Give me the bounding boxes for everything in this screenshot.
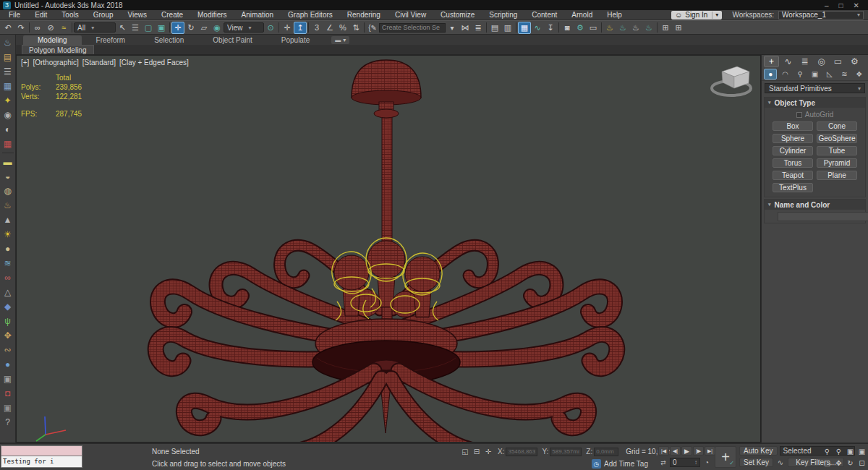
go-to-end-button[interactable]: ▶|	[705, 446, 715, 456]
align-icon[interactable]: ≣	[472, 22, 485, 34]
ribbon-tab-freeform[interactable]: Freeform	[82, 35, 140, 45]
scene-explorer-icon[interactable]: ▥	[501, 22, 514, 34]
hand-icon[interactable]: ✥	[1, 328, 15, 343]
select-and-rotate-icon[interactable]: ↻	[184, 22, 197, 34]
menu-file[interactable]: File	[1, 10, 27, 20]
add-time-tag[interactable]: ◷ Add Time Tag	[592, 459, 648, 469]
snaps-toggle-3d-icon[interactable]: 3	[310, 22, 323, 34]
tube-button[interactable]: Tube	[817, 146, 857, 155]
named-selection-set-input[interactable]	[379, 23, 446, 33]
pan-view-icon[interactable]: ✥	[833, 458, 844, 469]
rendered-frame-window-icon[interactable]: ▭	[587, 22, 600, 34]
render-production-icon[interactable]: ♨	[603, 22, 616, 34]
auto-key-button[interactable]: Auto Key	[739, 446, 778, 456]
set-key-button[interactable]: Set Key	[739, 458, 773, 467]
ribbon-tab-modeling[interactable]: Modeling	[23, 35, 82, 45]
set-keys-button[interactable]: + ✓	[715, 446, 736, 468]
unlink-selection-icon[interactable]: ⊘	[44, 22, 57, 34]
menu-customize[interactable]: Customize	[433, 10, 482, 20]
blue-sphere-icon[interactable]: ●	[1, 357, 15, 372]
torus-primitive-icon[interactable]: ◍	[1, 184, 15, 198]
name-color-rollout-header[interactable]: ▾ Name and Color	[765, 200, 865, 210]
redo-icon[interactable]: ↷	[14, 22, 27, 34]
select-by-name-icon[interactable]: ☰	[129, 22, 142, 34]
ribbon-tab-object-paint[interactable]: Object Paint	[198, 35, 266, 45]
edit-named-selection-sets-icon[interactable]: {✎	[366, 22, 379, 34]
render-in-cloud-icon[interactable]: ♨	[629, 22, 642, 34]
sphere-primitive-icon[interactable]: ●	[1, 242, 15, 256]
zoom-extents-icon[interactable]: ▣	[845, 446, 856, 457]
selection-filter-dropdown[interactable]: All ▾	[74, 22, 116, 33]
utilities-tab-icon[interactable]: ⚙	[847, 56, 862, 67]
percent-snap-icon[interactable]: %	[336, 22, 349, 34]
gray-box-icon[interactable]: ▣	[1, 401, 15, 415]
maxscript-mini-listener[interactable]: Testing for i	[1, 445, 82, 468]
viewcube[interactable]	[712, 67, 751, 95]
open-autodesk-360-icon[interactable]: ♨	[642, 22, 655, 34]
menu-tools[interactable]: Tools	[54, 10, 85, 20]
display-tab-icon[interactable]: ▭	[830, 56, 846, 67]
maximize-viewport-toggle-icon[interactable]: ⊡	[856, 458, 867, 469]
mirror-icon[interactable]: ⋈	[459, 22, 472, 34]
rectangular-selection-region-icon[interactable]: ▢	[142, 22, 155, 34]
y-coordinate-field[interactable]	[550, 448, 582, 456]
key-mode-toggle-icon[interactable]: ⇄	[658, 458, 668, 467]
film-strip-icon[interactable]: ▦	[1, 137, 15, 151]
help-icon[interactable]: ?	[1, 415, 15, 430]
layer-manager-icon[interactable]: ▤	[488, 22, 501, 34]
key-filter-icon[interactable]: ∿	[775, 458, 786, 467]
layout-grid-icon[interactable]: ⊞	[672, 22, 685, 34]
motion-tab-icon[interactable]: ◎	[814, 56, 829, 67]
orbit-icon[interactable]: ↻	[845, 458, 856, 469]
x-coordinate-field[interactable]	[506, 448, 537, 456]
layout-grid-icon[interactable]: ⊞	[659, 22, 672, 34]
box-button[interactable]: Box	[773, 121, 813, 131]
viewport-menu-general[interactable]: [+]	[21, 59, 29, 67]
object-type-rollout-header[interactable]: ▾ Object Type	[765, 98, 865, 108]
menu-scripting[interactable]: Scripting	[482, 10, 524, 20]
rock-icon[interactable]: ◆	[1, 299, 15, 314]
create-tab-icon[interactable]: +	[764, 56, 779, 67]
select-and-manipulate-icon[interactable]: ✛	[281, 22, 294, 34]
zoom-region-icon[interactable]: ▢	[822, 458, 833, 469]
linked-spheres-icon[interactable]: ∞	[1, 270, 15, 285]
render-iterative-icon[interactable]: ♨	[616, 22, 629, 34]
cameras-category-icon[interactable]: ▣	[808, 69, 821, 80]
menu-animation[interactable]: Animation	[234, 10, 281, 20]
menu-graph-editors[interactable]: Graph Editors	[281, 10, 340, 20]
undo-icon[interactable]: ↶	[1, 22, 14, 34]
workspace-dropdown[interactable]: Workspace_1 ▾	[778, 11, 864, 20]
maxscript-macro-recorder-line[interactable]	[1, 445, 82, 456]
use-pivot-center-icon[interactable]: ⊙	[264, 22, 277, 34]
menu-civil-view[interactable]: Civil View	[388, 10, 433, 20]
angle-snap-icon[interactable]: ∠	[323, 22, 336, 34]
next-frame-button[interactable]: |▶	[693, 446, 704, 456]
minimize-button[interactable]: –	[825, 1, 829, 9]
box-icon[interactable]: ▣	[1, 372, 15, 386]
primitive-category-dropdown[interactable]: Standard Primitives ▾	[765, 83, 865, 93]
ribbon-tab-populate[interactable]: Populate	[267, 35, 324, 45]
select-and-move-icon[interactable]: ✛	[171, 22, 184, 34]
menu-edit[interactable]: Edit	[27, 10, 54, 20]
polygon-modeling-panel[interactable]: Polygon Modeling	[22, 45, 94, 54]
shapes-category-icon[interactable]: ◠	[778, 69, 791, 80]
red-box-icon[interactable]: ◘	[1, 386, 15, 401]
camera-icon[interactable]: ◉	[1, 108, 15, 122]
cylinder-button[interactable]: Cylinder	[773, 146, 813, 155]
teapot-primitive-icon[interactable]: ♨	[1, 198, 15, 213]
cone-button[interactable]: Cone	[817, 121, 857, 131]
systems-category-icon[interactable]: ❖	[853, 69, 866, 80]
select-and-scale-icon[interactable]: ▱	[197, 22, 210, 34]
play-button[interactable]: ▶	[681, 446, 692, 456]
autogrid-checkbox[interactable]	[796, 112, 802, 118]
menu-arnold[interactable]: Arnold	[564, 10, 600, 20]
modify-tab-icon[interactable]: ∿	[780, 56, 796, 67]
dome-primitive-icon[interactable]: ◒	[1, 169, 15, 184]
ribbon-tab-selection[interactable]: Selection	[140, 35, 198, 45]
viewport-menu-pov[interactable]: [Orthographic]	[33, 59, 78, 67]
current-frame-field[interactable]: 0 ↕	[670, 458, 700, 467]
spinner-snap-icon[interactable]: ⇅	[349, 22, 362, 34]
torus-button[interactable]: Torus	[773, 158, 813, 168]
viewport-menu-shading[interactable]: [Clay + Edged Faces]	[119, 59, 189, 67]
isolate-selection-icon[interactable]: ◱	[460, 447, 470, 456]
